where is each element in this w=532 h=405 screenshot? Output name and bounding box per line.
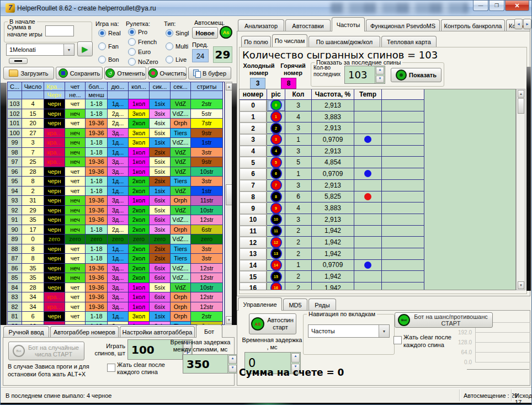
table-row[interactable]: 816чернчет1-181д...3кол1sixOrph2str <box>8 312 224 322</box>
chevron-down-icon[interactable]: ▼ <box>379 325 389 337</box>
spin-down-icon[interactable]: ▼ <box>228 365 237 373</box>
number-pic-cell[interactable]: 0 <box>267 100 285 111</box>
freq-row[interactable]: 161621,942 <box>240 283 515 290</box>
number-pic-cell[interactable]: 8 <box>267 191 285 203</box>
start-sum-input[interactable] <box>45 25 74 36</box>
freq-row[interactable]: 1143,883 <box>240 111 515 123</box>
number-pic-cell[interactable]: 2 <box>267 122 285 134</box>
autospin-start-button[interactable]: AS Автоспин старт <box>249 313 296 334</box>
clear-after-spin-checkbox[interactable] <box>107 364 115 374</box>
table-row[interactable]: 8428чернчет19-363д...1кол5sixVdZ10str <box>8 283 224 293</box>
number-cell[interactable]: 11 <box>240 226 267 237</box>
table-row[interactable]: 9628чернчет19-363д...1кол5sixVdZ10str <box>8 167 224 177</box>
column-header[interactable]: Число <box>22 82 44 91</box>
tab-navigation-combo[interactable]: Частоты ▼ <box>308 324 390 338</box>
column-header[interactable]: кол... <box>129 82 150 91</box>
number-cell[interactable]: 0 <box>240 100 267 111</box>
column-header[interactable]: Частота, % <box>312 89 354 100</box>
spin-history-table[interactable]: С...ЧислоКра...четбол...дю...кол...сик..… <box>7 82 225 325</box>
column-header[interactable] <box>171 91 191 99</box>
freq-row[interactable]: 3310,9709 <box>240 134 515 146</box>
tab-psevdoms[interactable]: Функционал PsevdoMS <box>366 19 440 31</box>
number-pic-cell[interactable]: 11 <box>267 226 285 237</box>
tab-autobets[interactable]: Автоставки <box>285 19 331 31</box>
bot-chance-start-button[interactable]: Bot Бот на шанс/противошанс СТАРТ <box>395 312 493 328</box>
minimize-button[interactable]: — <box>473 1 488 11</box>
column-header[interactable]: С... <box>8 82 22 91</box>
number-cell[interactable]: 3 <box>240 134 267 146</box>
radio-singl[interactable]: Singl <box>166 29 189 37</box>
number-frequency-table[interactable]: номерpicКолЧастота, %Temp0032,9131143,88… <box>239 89 516 290</box>
column-header[interactable] <box>129 91 150 99</box>
undo-button[interactable]: ↺ Отменить <box>104 67 146 79</box>
column-header[interactable]: Кол <box>285 89 312 100</box>
freq-row[interactable]: 111121,942 <box>240 226 515 237</box>
bot-random-start-button[interactable]: Bot Бот на случайные числа СТАРТ <box>8 342 84 360</box>
number-pic-cell[interactable]: 10 <box>267 214 285 226</box>
column-header[interactable] <box>22 91 44 99</box>
tab-scroll-left-icon[interactable]: ◄ <box>514 19 523 29</box>
freq-row[interactable]: 2232,913 <box>240 122 515 134</box>
number-cell[interactable]: 16 <box>240 283 267 290</box>
number-cell[interactable]: 1 <box>240 111 267 123</box>
freq-row[interactable]: 141410,9709 <box>240 260 515 271</box>
column-header[interactable] <box>191 91 223 99</box>
column-header[interactable]: бол... <box>86 82 108 91</box>
tab-frequencies[interactable]: Частоты <box>332 17 365 31</box>
spin-delay-stepper[interactable]: 350 ▲▼ <box>183 354 238 374</box>
number-cell[interactable]: 10 <box>240 214 267 226</box>
column-header[interactable]: pic <box>267 89 285 100</box>
column-header[interactable] <box>108 91 129 99</box>
column-header[interactable]: Черн <box>44 91 65 99</box>
column-header[interactable]: сек... <box>171 82 191 91</box>
column-header[interactable] <box>382 89 424 100</box>
tab-md5[interactable]: MD5 <box>283 299 307 311</box>
number-pic-cell[interactable]: 16 <box>267 283 285 290</box>
number-cell[interactable]: 8 <box>240 191 267 203</box>
table-row[interactable]: 10120чернчет19-362д...2кол4sixOrph7str <box>8 119 224 129</box>
freq-row[interactable]: 8865,825 <box>240 191 515 203</box>
tab-by-chances[interactable]: По шансам/дюж/кол <box>308 36 380 47</box>
freq-row[interactable]: 121221,942 <box>240 237 515 248</box>
scroll-up-icon[interactable]: ▲ <box>518 90 524 98</box>
number-pic-cell[interactable]: 14 <box>267 260 285 271</box>
freq-row[interactable]: 6610,9709 <box>240 168 515 180</box>
table-row[interactable]: 888чернчет1-181д...2кол2sixTiers3str <box>8 244 224 254</box>
column-header[interactable]: Temp <box>354 89 382 100</box>
radio-nozero[interactable]: NoZero <box>128 58 158 66</box>
profile-combo[interactable]: 1Melonati ▼ <box>6 44 75 56</box>
number-cell[interactable]: 9 <box>240 202 267 214</box>
tab-autograbber[interactable]: Автограббер номеров <box>50 326 119 338</box>
history-table-scrollbar[interactable]: ▲ ▼ <box>225 82 232 325</box>
tab-bankroll[interactable]: Контроль банкролла <box>441 19 505 31</box>
table-row[interactable]: 9135черннеч19-363д...2кол6sixVdZ...12str <box>8 215 224 225</box>
spin-up-icon[interactable]: ▲ <box>376 67 384 74</box>
number-pic-cell[interactable]: 3 <box>267 134 285 146</box>
number-pic-cell[interactable]: 5 <box>267 157 285 168</box>
number-pic-cell[interactable]: 13 <box>267 248 285 260</box>
title-bar[interactable]: 7 HelperRoullet 8.62 - create helperroul… <box>1 1 532 16</box>
tab-manual-input[interactable]: Ручной ввод <box>3 326 49 338</box>
radio-real[interactable]: Real <box>98 29 121 37</box>
number-pic-cell[interactable]: 12 <box>267 237 285 248</box>
maximize-button[interactable]: ❐ <box>489 1 504 11</box>
spin-up-icon[interactable]: ▲ <box>228 355 237 364</box>
radio-fan[interactable]: Fan <box>98 42 119 50</box>
number-cell[interactable]: 14 <box>240 260 267 271</box>
number-pic-cell[interactable]: 6 <box>267 168 285 180</box>
spin-up-icon[interactable]: ▲ <box>291 353 300 363</box>
radio-french[interactable]: French <box>128 38 157 46</box>
number-pic-cell[interactable]: 4 <box>267 146 285 157</box>
freq-row[interactable]: 9943,883 <box>240 202 515 214</box>
freq-row[interactable]: 131321,942 <box>240 248 515 260</box>
new-button[interactable]: Новое <box>192 27 218 39</box>
number-cell[interactable]: 6 <box>240 168 267 180</box>
column-header[interactable]: дю... <box>108 82 129 91</box>
column-header[interactable]: стриты <box>191 82 223 91</box>
table-row[interactable]: 8016кра...чет1-182д...1кол3sixTiers6str <box>8 322 224 326</box>
radio-multi[interactable]: Multi <box>166 42 188 50</box>
number-pic-cell[interactable]: 7 <box>267 180 285 191</box>
clear-button[interactable]: Очистить <box>148 67 187 79</box>
table-row[interactable]: 10215черннеч1-182д...3кол3sixVdZ...5str <box>8 109 224 119</box>
freq-row[interactable]: 4432,913 <box>240 146 515 157</box>
